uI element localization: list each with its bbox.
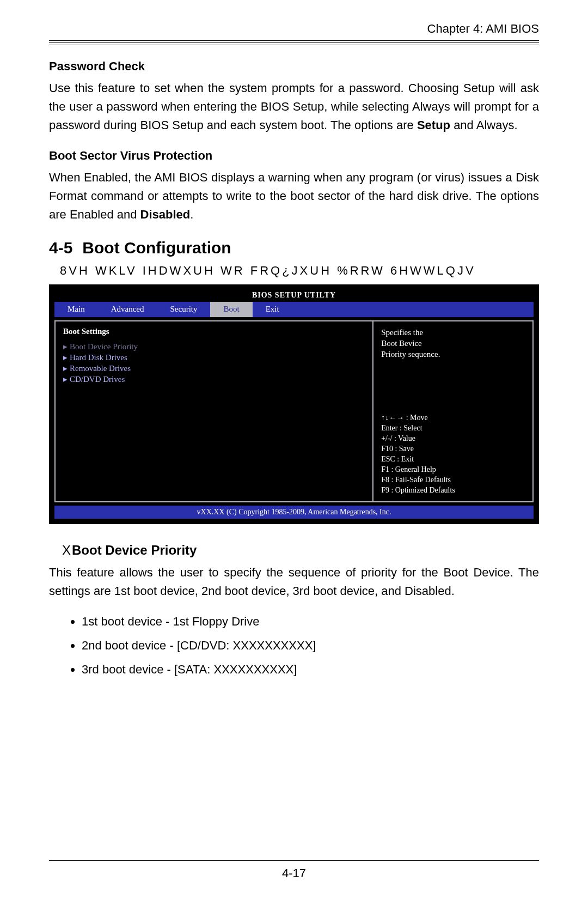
text: . [190, 208, 193, 221]
list-item: 3rd boot device - [SATA: XXXXXXXXXX] [82, 663, 539, 677]
bios-key-legend: ↑↓←→ : Move Enter : Select +/-/ : Value … [381, 413, 525, 495]
bios-menu-cd-dvd-drives[interactable]: ▸CD/DVD Drives [63, 374, 365, 384]
text: When Enabled, the AMI BIOS displays a wa… [49, 171, 539, 221]
page-number: 4-17 [0, 866, 588, 880]
bios-tab-advanced[interactable]: Advanced [98, 305, 157, 314]
heading-text: Boot Device Priority [72, 543, 197, 557]
header-rule [49, 40, 539, 45]
bios-tab-boot[interactable]: Boot [210, 302, 252, 317]
bios-help-text: Specifies the Boot Bevice Priority seque… [381, 327, 525, 360]
password-check-body: Use this feature to set when the system … [49, 79, 539, 135]
boot-sector-title: Boot Sector Virus Protection [49, 149, 539, 163]
bios-menu-hard-disk-drives[interactable]: ▸Hard Disk Drives [63, 353, 365, 362]
bios-tab-main[interactable]: Main [54, 305, 98, 314]
text-bold: Disabled [140, 208, 191, 221]
label: Hard Disk Drives [70, 353, 127, 362]
boot-device-priority-heading: XBoot Device Priority [62, 543, 539, 558]
label: Boot Device Priority [70, 342, 138, 351]
bios-menu-boot-device-priority[interactable]: ▸Boot Device Priority [63, 342, 365, 351]
bios-menu-removable-drives[interactable]: ▸Removable Drives [63, 363, 365, 373]
bios-screenshot: BIOS SETUP UTILTY Main Advanced Security… [49, 284, 539, 524]
label: Removable Drives [70, 364, 131, 373]
section-title: Boot Configuration [82, 239, 231, 257]
password-check-title: Password Check [49, 59, 539, 74]
list-item: 2nd boot device - [CD/DVD: XXXXXXXXXX] [82, 639, 539, 653]
bios-title: BIOS SETUP UTILTY [54, 290, 534, 302]
text-bold: Setup [417, 118, 450, 132]
boot-device-priority-desc: This feature allows the user to specify … [49, 563, 539, 600]
section-heading: 4-5Boot Configuration [49, 239, 539, 257]
bios-tab-exit[interactable]: Exit [253, 305, 292, 314]
triangle-icon: ▸ [63, 353, 68, 362]
triangle-icon: ▸ [63, 375, 68, 384]
list-item: 1st boot device - 1st Floppy Drive [82, 615, 539, 629]
bios-right-pane: Specifies the Boot Bevice Priority seque… [373, 320, 534, 502]
bios-tab-security[interactable]: Security [157, 305, 210, 314]
bios-left-pane: Boot Settings ▸Boot Device Priority ▸Har… [54, 320, 373, 502]
triangle-icon: ▸ [63, 364, 68, 373]
text: and Always. [450, 118, 518, 132]
marker-icon: X [62, 543, 71, 557]
label: CD/DVD Drives [70, 375, 125, 384]
triangle-icon: ▸ [63, 342, 68, 351]
bios-tab-bar: Main Advanced Security Boot Exit [54, 302, 534, 317]
footer-rule [49, 860, 539, 861]
bios-footer: vXX.XX (C) Copyright 1985-2009, American… [54, 506, 534, 519]
bios-left-header: Boot Settings [63, 327, 365, 336]
bios-body: Boot Settings ▸Boot Device Priority ▸Har… [54, 317, 534, 502]
boot-sector-body: When Enabled, the AMI BIOS displays a wa… [49, 168, 539, 224]
boot-device-list: 1st boot device - 1st Floppy Drive 2nd b… [49, 615, 539, 677]
chapter-label: Chapter 4: AMI BIOS [49, 22, 539, 36]
garbled-subtitle: 8VH WKLV IHDWXUH WR FRQ¿JXUH %RRW 6HWWLQ… [60, 264, 539, 278]
section-number: 4-5 [49, 239, 72, 257]
